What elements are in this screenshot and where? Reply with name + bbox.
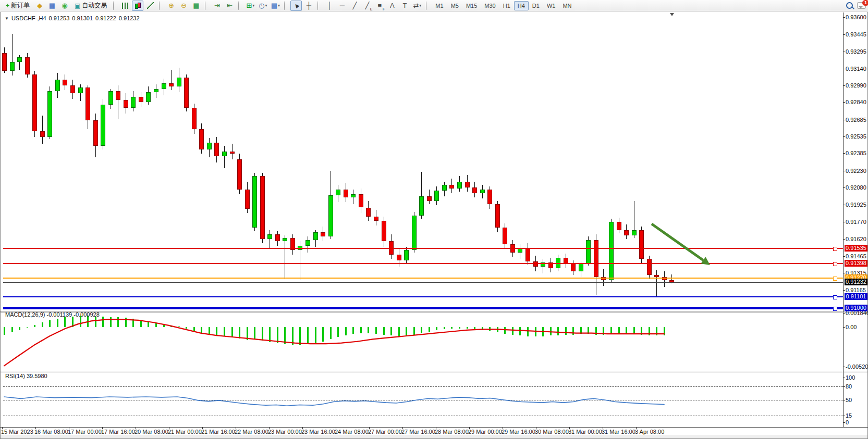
macd-histogram-bar (352, 327, 354, 334)
vertical-line-button[interactable]: │ (324, 1, 335, 11)
chart-dropdown-icon[interactable]: ▼ (5, 16, 9, 21)
timeframe-button-M30[interactable]: M30 (481, 1, 499, 10)
pane-separator-2b (0, 372, 868, 372)
tile-windows-button[interactable]: ▦ (190, 1, 202, 11)
line-chart-button[interactable] (144, 1, 156, 11)
candle-down (25, 57, 30, 74)
date-tick (536, 427, 536, 429)
timeframe-button-W1[interactable]: W1 (543, 1, 559, 10)
hline-0.91232[interactable] (3, 282, 843, 283)
candle-down (359, 194, 363, 208)
charts-grid-icon[interactable]: ▦ (46, 1, 58, 11)
text-label-button[interactable]: T (399, 1, 410, 11)
candle-up (222, 152, 227, 156)
candle-up (412, 216, 417, 250)
price-tick-label: 0.92080 (846, 184, 866, 191)
zoom-in-button[interactable]: ⊕ (165, 1, 177, 11)
templates-button[interactable]: ▤▾ (270, 1, 281, 11)
macd-indicator-label: MACD(12,26,9) -0.001139 -0.000928 (5, 311, 100, 318)
arrows-icon: ⇄ (413, 2, 419, 9)
candle-up (177, 78, 181, 86)
hline-handle[interactable] (833, 262, 837, 266)
candle-down (487, 190, 492, 204)
indicators-icon: ⊞ (246, 2, 252, 9)
auto-scroll-button[interactable]: ⇥ (211, 1, 223, 11)
candle-up (442, 185, 447, 191)
candle-up (78, 87, 83, 93)
hline-handle[interactable] (833, 295, 837, 299)
trend-arrow-line[interactable] (652, 224, 703, 260)
candle-down (245, 190, 250, 209)
macd-histogram-bar (565, 327, 567, 335)
rsi-indicator-label: RSI(14) 39.5980 (5, 373, 47, 379)
macd-histogram-bar (125, 318, 127, 327)
timeframe-button-M15[interactable]: M15 (462, 1, 481, 10)
date-tick (202, 427, 203, 429)
search-icon[interactable] (846, 2, 853, 9)
new-order-button[interactable]: +新订单 (3, 0, 33, 11)
periods-button[interactable]: ◷▾ (257, 1, 268, 11)
macd-tick (843, 313, 845, 313)
signals-icon[interactable]: ◉ (59, 1, 70, 11)
price-tick (843, 256, 845, 257)
trendline-button[interactable]: ╱ (349, 1, 360, 11)
price-tick (843, 136, 845, 137)
notifications-icon[interactable]: 1 (857, 2, 866, 9)
rsi-tick-label: 100 (846, 374, 855, 381)
hline-0.91101[interactable] (3, 296, 843, 297)
price-tick (843, 34, 845, 35)
macd-histogram-bar (383, 327, 385, 335)
candle-down (275, 234, 280, 241)
macd-histogram-bar (132, 319, 134, 327)
hline-handle[interactable] (833, 307, 837, 311)
timeframe-button-M5[interactable]: M5 (447, 1, 462, 10)
macd-histogram-bar (269, 327, 271, 342)
crosshair-button[interactable]: ┼ (303, 1, 314, 11)
date-tick (269, 427, 270, 429)
text-button[interactable]: A (386, 1, 398, 11)
date-tick (236, 427, 236, 429)
symbols-icon[interactable]: ◆ (34, 1, 45, 11)
candle-down (647, 259, 652, 274)
horizontal-line-button[interactable]: ─ (336, 1, 348, 11)
macd-histogram-bar (247, 327, 248, 340)
macd-histogram-bar (178, 327, 180, 327)
hline-handle[interactable] (833, 277, 837, 281)
macd-histogram-bar (588, 327, 589, 334)
chart-shift-button[interactable]: ⇤ (224, 1, 235, 11)
macd-histogram-bar (4, 327, 5, 335)
date-label: 23 Mar 16:00 (301, 429, 335, 435)
macd-histogram-bar (497, 327, 498, 332)
candle-up (108, 91, 113, 105)
candle-down (237, 159, 242, 190)
autotrade-button[interactable]: ▣自动交易 (71, 0, 110, 11)
bar-chart-icon (122, 3, 128, 9)
timeframe-button-M1[interactable]: M1 (432, 1, 447, 10)
timeframe-button-H4[interactable]: H4 (514, 1, 529, 10)
timeframe-button-MN[interactable]: MN (559, 1, 575, 10)
macd-histogram-bar (504, 327, 506, 334)
hline-handle[interactable] (833, 247, 837, 251)
macd-histogram-bar (375, 327, 377, 334)
fibonacci-button[interactable]: ≡F (374, 1, 385, 11)
cursor-button[interactable]: ▲ (290, 1, 302, 11)
arrows-button[interactable]: ⇄▾ (411, 1, 423, 11)
hline-0.91535[interactable] (3, 248, 843, 249)
timeframe-button-H1[interactable]: H1 (499, 1, 514, 10)
date-label: 3 Apr 08:00 (635, 429, 664, 435)
hline-0.91270[interactable] (3, 278, 843, 279)
macd-histogram-bar (140, 320, 142, 327)
macd-histogram-bar (216, 327, 217, 335)
price-tick (843, 102, 845, 103)
equidistant-channel-button[interactable]: ╱E (361, 1, 373, 11)
hline-0.91000[interactable] (3, 307, 843, 309)
macd-histogram-bar (618, 327, 620, 333)
candlestick-chart-button[interactable] (132, 1, 143, 11)
date-label: 24 Mar 08:00 (335, 429, 369, 435)
hline-0.91398[interactable] (3, 263, 843, 264)
indicators-button[interactable]: ⊞▾ (244, 1, 256, 11)
timeframe-button-D1[interactable]: D1 (529, 1, 543, 10)
date-label: 21 Mar 16:00 (201, 429, 235, 435)
bar-chart-button[interactable] (119, 1, 131, 11)
zoom-out-button[interactable]: ⊖ (178, 1, 189, 11)
